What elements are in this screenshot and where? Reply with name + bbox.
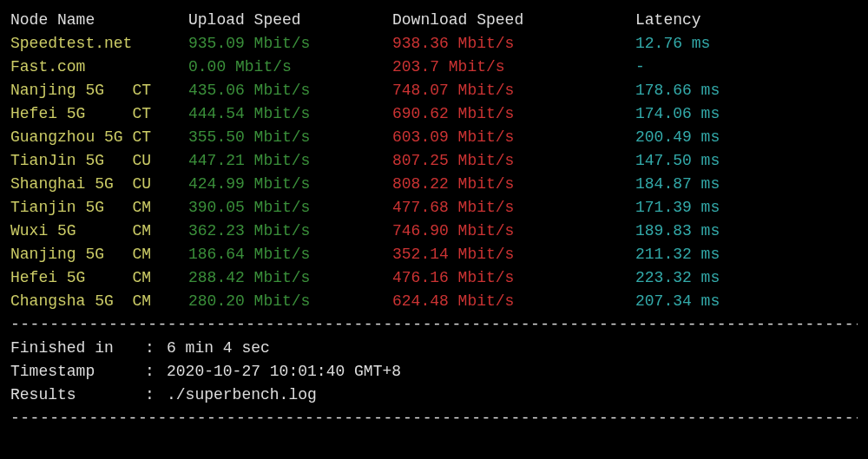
latency-cell: 211.32 ms (635, 243, 858, 266)
download-cell: 203.7 Mbit/s (392, 56, 635, 79)
node-name: TianJin 5G (10, 152, 132, 169)
upload-cell: 424.99 Mbit/s (188, 173, 392, 196)
node-carrier: CM (132, 269, 151, 286)
node-carrier: CU (132, 152, 151, 169)
upload-cell: 280.20 Mbit/s (188, 290, 392, 313)
table-row: Shanghai 5G CU424.99 Mbit/s808.22 Mbit/s… (10, 173, 858, 196)
latency-cell: 178.66 ms (635, 79, 858, 102)
download-cell: 476.16 Mbit/s (392, 266, 635, 290)
footer-results-value: ./superbench.log (167, 384, 317, 407)
node-name: Wuxi 5G (10, 222, 132, 239)
latency-cell: 147.50 ms (635, 149, 858, 173)
node-carrier: CT (132, 128, 151, 146)
upload-cell: 935.09 Mbit/s (188, 32, 392, 56)
table-row: Hefei 5G CT444.54 Mbit/s690.62 Mbit/s174… (10, 102, 858, 126)
table-header-row: Node Name Upload Speed Download Speed La… (10, 9, 858, 32)
latency-cell: 174.06 ms (635, 102, 858, 126)
header-latency: Latency (635, 9, 858, 32)
latency-cell: 223.32 ms (635, 266, 858, 290)
latency-cell: 189.83 ms (635, 220, 858, 243)
latency-cell: - (635, 56, 858, 79)
node-name: Hefei 5G (10, 269, 132, 286)
table-row: TianJin 5G CU447.21 Mbit/s807.25 Mbit/s1… (10, 149, 858, 173)
upload-cell: 186.64 Mbit/s (188, 243, 392, 266)
node-cell: Guangzhou 5G CT (10, 126, 188, 149)
download-cell: 603.09 Mbit/s (392, 126, 635, 149)
download-cell: 690.62 Mbit/s (392, 102, 635, 126)
node-name: Nanjing 5G (10, 246, 132, 263)
footer-finished: Finished in : 6 min 4 sec (10, 337, 858, 360)
table-row: Wuxi 5G CM362.23 Mbit/s746.90 Mbit/s189.… (10, 220, 858, 243)
node-name: Changsha 5G (10, 292, 132, 310)
node-name: Guangzhou 5G (10, 128, 132, 146)
node-cell: Nanjing 5G CT (10, 79, 188, 102)
footer-timestamp: Timestamp : 2020-10-27 10:01:40 GMT+8 (10, 360, 858, 384)
node-name: Speedtest.net (10, 35, 132, 52)
node-cell: Speedtest.net (10, 32, 188, 56)
download-cell: 748.07 Mbit/s (392, 79, 635, 102)
header-node: Node Name (10, 9, 188, 32)
node-cell: Hefei 5G CT (10, 102, 188, 126)
node-carrier: CM (132, 199, 151, 216)
node-name: Hefei 5G (10, 105, 132, 122)
upload-cell: 390.05 Mbit/s (188, 196, 392, 220)
table-row: Guangzhou 5G CT355.50 Mbit/s603.09 Mbit/… (10, 126, 858, 149)
node-cell: Fast.com (10, 56, 188, 79)
node-cell: Hefei 5G CM (10, 266, 188, 290)
download-cell: 807.25 Mbit/s (392, 149, 635, 173)
footer-timestamp-label: Timestamp (10, 360, 145, 384)
separator-line: ----------------------------------------… (10, 313, 858, 337)
latency-cell: 12.76 ms (635, 32, 858, 56)
download-cell: 624.48 Mbit/s (392, 290, 635, 313)
node-name: Shanghai 5G (10, 175, 132, 193)
table-row: Changsha 5G CM280.20 Mbit/s624.48 Mbit/s… (10, 290, 858, 313)
node-name: Fast.com (10, 58, 132, 75)
node-cell: Wuxi 5G CM (10, 220, 188, 243)
table-row: Nanjing 5G CM186.64 Mbit/s352.14 Mbit/s2… (10, 243, 858, 266)
footer-sep: : (145, 337, 167, 360)
node-name: Tianjin 5G (10, 199, 132, 216)
table-row: Tianjin 5G CM390.05 Mbit/s477.68 Mbit/s1… (10, 196, 858, 220)
footer-timestamp-value: 2020-10-27 10:01:40 GMT+8 (167, 360, 401, 384)
upload-cell: 444.54 Mbit/s (188, 102, 392, 126)
table-row: Speedtest.net935.09 Mbit/s938.36 Mbit/s1… (10, 32, 858, 56)
node-cell: Changsha 5G CM (10, 290, 188, 313)
latency-cell: 171.39 ms (635, 196, 858, 220)
node-cell: Tianjin 5G CM (10, 196, 188, 220)
latency-cell: 207.34 ms (635, 290, 858, 313)
latency-cell: 200.49 ms (635, 126, 858, 149)
footer-sep: : (145, 384, 167, 407)
latency-cell: 184.87 ms (635, 173, 858, 196)
footer-finished-value: 6 min 4 sec (167, 337, 270, 360)
footer-results-label: Results (10, 384, 145, 407)
node-carrier: CM (132, 222, 151, 239)
download-cell: 746.90 Mbit/s (392, 220, 635, 243)
table-row: Fast.com 0.00 Mbit/s203.7 Mbit/s- (10, 56, 858, 79)
download-cell: 938.36 Mbit/s (392, 32, 635, 56)
upload-cell: 355.50 Mbit/s (188, 126, 392, 149)
node-carrier: CT (132, 105, 151, 122)
node-cell: Shanghai 5G CU (10, 173, 188, 196)
download-cell: 477.68 Mbit/s (392, 196, 635, 220)
node-cell: Nanjing 5G CM (10, 243, 188, 266)
upload-cell: 362.23 Mbit/s (188, 220, 392, 243)
table-row: Hefei 5G CM288.42 Mbit/s476.16 Mbit/s223… (10, 266, 858, 290)
upload-cell: 435.06 Mbit/s (188, 79, 392, 102)
header-upload: Upload Speed (188, 9, 392, 32)
node-carrier: CM (132, 246, 151, 263)
download-cell: 808.22 Mbit/s (392, 173, 635, 196)
upload-cell: 447.21 Mbit/s (188, 149, 392, 173)
node-carrier: CT (132, 82, 151, 99)
upload-cell: 0.00 Mbit/s (188, 56, 392, 79)
download-cell: 352.14 Mbit/s (392, 243, 635, 266)
footer-finished-label: Finished in (10, 337, 145, 360)
header-download: Download Speed (392, 9, 635, 32)
node-carrier: CU (132, 175, 151, 193)
footer-sep: : (145, 360, 167, 384)
node-cell: TianJin 5G CU (10, 149, 188, 173)
separator-line-bottom: ----------------------------------------… (10, 407, 858, 430)
table-row: Nanjing 5G CT435.06 Mbit/s748.07 Mbit/s1… (10, 79, 858, 102)
footer-results: Results : ./superbench.log (10, 384, 858, 407)
node-name: Nanjing 5G (10, 82, 132, 99)
upload-cell: 288.42 Mbit/s (188, 266, 392, 290)
